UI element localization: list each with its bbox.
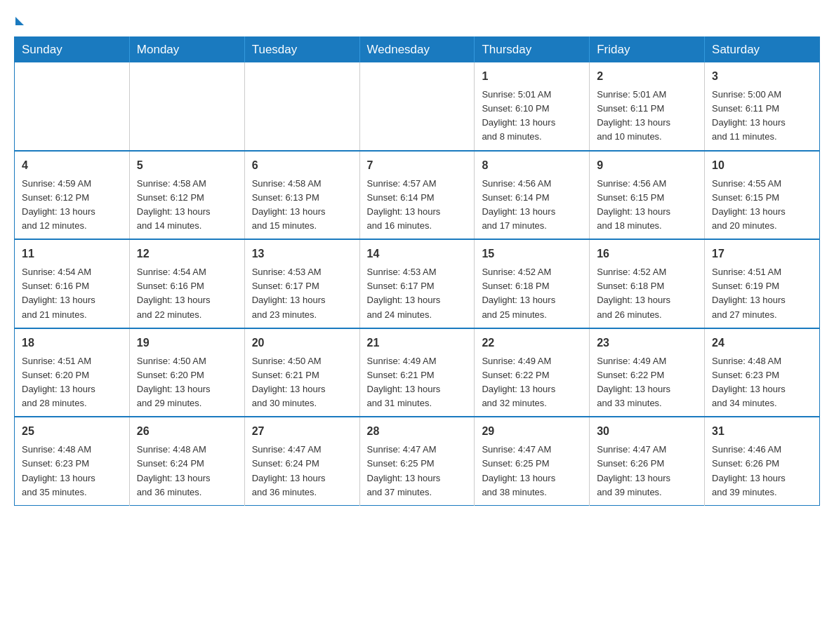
day-number: 23 <box>597 335 697 351</box>
calendar-cell <box>129 62 244 151</box>
day-number: 3 <box>712 68 812 85</box>
calendar-cell: 27Sunrise: 4:47 AM Sunset: 6:24 PM Dayli… <box>244 417 359 505</box>
day-info-text: Sunrise: 4:50 AM Sunset: 6:21 PM Dayligh… <box>252 354 352 411</box>
calendar-week-row: 1Sunrise: 5:01 AM Sunset: 6:10 PM Daylig… <box>15 62 820 151</box>
calendar-cell: 26Sunrise: 4:48 AM Sunset: 6:24 PM Dayli… <box>129 417 244 505</box>
day-number: 8 <box>482 157 582 174</box>
day-number: 1 <box>482 68 582 85</box>
day-number: 11 <box>22 246 122 262</box>
day-info-text: Sunrise: 4:50 AM Sunset: 6:20 PM Dayligh… <box>137 354 237 411</box>
day-info-text: Sunrise: 4:51 AM Sunset: 6:20 PM Dayligh… <box>22 354 122 411</box>
day-info-text: Sunrise: 4:56 AM Sunset: 6:15 PM Dayligh… <box>597 177 697 234</box>
calendar-cell: 1Sunrise: 5:01 AM Sunset: 6:10 PM Daylig… <box>475 62 590 151</box>
day-number: 31 <box>712 423 812 440</box>
day-info-text: Sunrise: 4:55 AM Sunset: 6:15 PM Dayligh… <box>712 177 812 234</box>
calendar-week-row: 4Sunrise: 4:59 AM Sunset: 6:12 PM Daylig… <box>15 151 820 240</box>
day-info-text: Sunrise: 4:51 AM Sunset: 6:19 PM Dayligh… <box>712 265 812 322</box>
day-info-text: Sunrise: 4:47 AM Sunset: 6:25 PM Dayligh… <box>482 443 582 499</box>
day-info-text: Sunrise: 4:53 AM Sunset: 6:17 PM Dayligh… <box>252 265 352 322</box>
day-info-text: Sunrise: 5:01 AM Sunset: 6:11 PM Dayligh… <box>597 88 697 145</box>
calendar-cell: 8Sunrise: 4:56 AM Sunset: 6:14 PM Daylig… <box>475 151 590 240</box>
day-info-text: Sunrise: 4:53 AM Sunset: 6:17 PM Dayligh… <box>367 265 468 322</box>
day-of-week-header: Wednesday <box>359 37 475 63</box>
calendar-cell: 24Sunrise: 4:48 AM Sunset: 6:23 PM Dayli… <box>705 328 820 417</box>
day-number: 30 <box>597 423 697 440</box>
day-info-text: Sunrise: 4:57 AM Sunset: 6:14 PM Dayligh… <box>367 177 468 234</box>
calendar-cell: 28Sunrise: 4:47 AM Sunset: 6:25 PM Dayli… <box>359 417 475 505</box>
day-info-text: Sunrise: 4:48 AM Sunset: 6:23 PM Dayligh… <box>712 354 812 411</box>
day-info-text: Sunrise: 4:54 AM Sunset: 6:16 PM Dayligh… <box>137 265 237 322</box>
calendar-week-row: 11Sunrise: 4:54 AM Sunset: 6:16 PM Dayli… <box>15 239 820 328</box>
calendar-cell: 16Sunrise: 4:52 AM Sunset: 6:18 PM Dayli… <box>590 239 705 328</box>
calendar-cell: 9Sunrise: 4:56 AM Sunset: 6:15 PM Daylig… <box>590 151 705 240</box>
day-info-text: Sunrise: 4:48 AM Sunset: 6:23 PM Dayligh… <box>22 443 122 499</box>
day-of-week-header: Sunday <box>15 37 130 63</box>
day-info-text: Sunrise: 4:46 AM Sunset: 6:26 PM Dayligh… <box>712 443 812 499</box>
calendar-cell: 19Sunrise: 4:50 AM Sunset: 6:20 PM Dayli… <box>129 328 244 417</box>
day-info-text: Sunrise: 4:48 AM Sunset: 6:24 PM Dayligh… <box>137 443 237 499</box>
logo <box>14 14 24 22</box>
calendar-cell: 13Sunrise: 4:53 AM Sunset: 6:17 PM Dayli… <box>244 239 359 328</box>
day-number: 5 <box>137 157 237 174</box>
calendar-week-row: 25Sunrise: 4:48 AM Sunset: 6:23 PM Dayli… <box>15 417 820 505</box>
calendar-cell: 3Sunrise: 5:00 AM Sunset: 6:11 PM Daylig… <box>705 62 820 151</box>
day-number: 14 <box>367 246 468 262</box>
day-info-text: Sunrise: 4:59 AM Sunset: 6:12 PM Dayligh… <box>22 177 122 234</box>
day-number: 28 <box>367 423 468 440</box>
day-info-text: Sunrise: 5:00 AM Sunset: 6:11 PM Dayligh… <box>712 88 812 145</box>
day-info-text: Sunrise: 4:49 AM Sunset: 6:22 PM Dayligh… <box>482 354 582 411</box>
day-number: 25 <box>22 423 122 440</box>
calendar-cell: 25Sunrise: 4:48 AM Sunset: 6:23 PM Dayli… <box>15 417 130 505</box>
calendar-cell: 4Sunrise: 4:59 AM Sunset: 6:12 PM Daylig… <box>15 151 130 240</box>
calendar-cell: 14Sunrise: 4:53 AM Sunset: 6:17 PM Dayli… <box>359 239 475 328</box>
day-info-text: Sunrise: 4:47 AM Sunset: 6:26 PM Dayligh… <box>597 443 697 499</box>
day-info-text: Sunrise: 4:49 AM Sunset: 6:21 PM Dayligh… <box>367 354 468 411</box>
day-number: 26 <box>137 423 237 440</box>
day-info-text: Sunrise: 4:56 AM Sunset: 6:14 PM Dayligh… <box>482 177 582 234</box>
calendar-table: SundayMondayTuesdayWednesdayThursdayFrid… <box>14 36 820 506</box>
calendar-cell: 23Sunrise: 4:49 AM Sunset: 6:22 PM Dayli… <box>590 328 705 417</box>
calendar-cell: 7Sunrise: 4:57 AM Sunset: 6:14 PM Daylig… <box>359 151 475 240</box>
calendar-cell: 30Sunrise: 4:47 AM Sunset: 6:26 PM Dayli… <box>590 417 705 505</box>
day-number: 6 <box>252 157 352 174</box>
calendar-cell: 22Sunrise: 4:49 AM Sunset: 6:22 PM Dayli… <box>475 328 590 417</box>
day-number: 13 <box>252 246 352 262</box>
calendar-cell: 17Sunrise: 4:51 AM Sunset: 6:19 PM Dayli… <box>705 239 820 328</box>
day-of-week-header: Tuesday <box>244 37 359 63</box>
day-number: 21 <box>367 335 468 351</box>
day-number: 24 <box>712 335 812 351</box>
day-of-week-header: Thursday <box>475 37 590 63</box>
day-number: 18 <box>22 335 122 351</box>
calendar-cell: 20Sunrise: 4:50 AM Sunset: 6:21 PM Dayli… <box>244 328 359 417</box>
day-number: 7 <box>367 157 468 174</box>
calendar-cell: 15Sunrise: 4:52 AM Sunset: 6:18 PM Dayli… <box>475 239 590 328</box>
day-info-text: Sunrise: 4:47 AM Sunset: 6:25 PM Dayligh… <box>367 443 468 499</box>
day-info-text: Sunrise: 4:52 AM Sunset: 6:18 PM Dayligh… <box>597 265 697 322</box>
day-info-text: Sunrise: 5:01 AM Sunset: 6:10 PM Dayligh… <box>482 88 582 145</box>
day-info-text: Sunrise: 4:54 AM Sunset: 6:16 PM Dayligh… <box>22 265 122 322</box>
calendar-cell: 5Sunrise: 4:58 AM Sunset: 6:12 PM Daylig… <box>129 151 244 240</box>
calendar-cell: 11Sunrise: 4:54 AM Sunset: 6:16 PM Dayli… <box>15 239 130 328</box>
calendar-cell: 2Sunrise: 5:01 AM Sunset: 6:11 PM Daylig… <box>590 62 705 151</box>
day-number: 4 <box>22 157 122 174</box>
day-number: 19 <box>137 335 237 351</box>
calendar-header-row: SundayMondayTuesdayWednesdayThursdayFrid… <box>15 37 820 63</box>
day-number: 29 <box>482 423 582 440</box>
day-number: 20 <box>252 335 352 351</box>
day-number: 16 <box>597 246 697 262</box>
calendar-cell: 31Sunrise: 4:46 AM Sunset: 6:26 PM Dayli… <box>705 417 820 505</box>
logo-top <box>14 14 24 25</box>
day-number: 17 <box>712 246 812 262</box>
day-number: 10 <box>712 157 812 174</box>
logo-arrow-icon <box>15 17 24 25</box>
day-info-text: Sunrise: 4:47 AM Sunset: 6:24 PM Dayligh… <box>252 443 352 499</box>
day-info-text: Sunrise: 4:52 AM Sunset: 6:18 PM Dayligh… <box>482 265 582 322</box>
day-info-text: Sunrise: 4:49 AM Sunset: 6:22 PM Dayligh… <box>597 354 697 411</box>
day-number: 15 <box>482 246 582 262</box>
day-info-text: Sunrise: 4:58 AM Sunset: 6:13 PM Dayligh… <box>252 177 352 234</box>
calendar-week-row: 18Sunrise: 4:51 AM Sunset: 6:20 PM Dayli… <box>15 328 820 417</box>
day-number: 27 <box>252 423 352 440</box>
day-of-week-header: Monday <box>129 37 244 63</box>
day-number: 9 <box>597 157 697 174</box>
day-of-week-header: Friday <box>590 37 705 63</box>
